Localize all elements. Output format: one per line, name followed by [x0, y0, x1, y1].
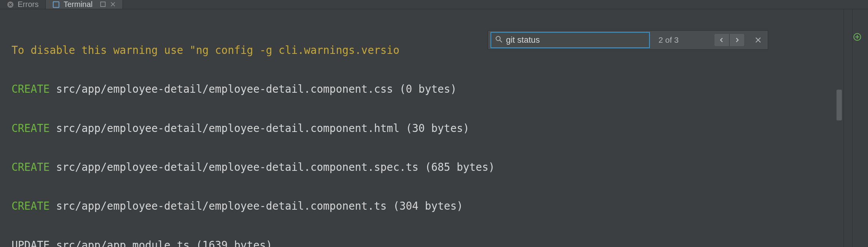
- find-input-wrap[interactable]: [490, 32, 650, 48]
- find-nav: [714, 33, 745, 47]
- svg-rect-1: [53, 2, 59, 7]
- error-icon: [7, 1, 14, 8]
- create-word: CREATE: [12, 83, 50, 95]
- gutter-divider: [852, 9, 853, 247]
- svg-point-3: [496, 37, 500, 41]
- svg-rect-2: [101, 2, 105, 7]
- create-word: CREATE: [12, 122, 50, 134]
- terminal-icon: [53, 1, 60, 8]
- tab-label: Terminal: [63, 0, 93, 9]
- update-word: UPDATE: [12, 239, 50, 247]
- ide-panel: Errors Terminal To disable this warning …: [0, 0, 868, 247]
- tab-terminal[interactable]: Terminal: [46, 0, 123, 9]
- find-next-button[interactable]: [729, 33, 745, 47]
- find-close-button[interactable]: [752, 34, 764, 46]
- close-icon: [755, 37, 761, 43]
- plus-icon: [853, 33, 861, 41]
- svg-line-4: [500, 40, 502, 43]
- tab-window-controls: [96, 0, 116, 9]
- main-area: To disable this warning use "ng config -…: [0, 9, 868, 247]
- search-icon: [495, 35, 503, 45]
- tab-errors[interactable]: Errors: [0, 0, 46, 9]
- scrollbar-track[interactable]: [835, 26, 843, 247]
- update-path: src/app/app.module.ts (1639 bytes): [50, 239, 272, 247]
- create-path: src/app/employee-detail/employee-detail.…: [50, 83, 457, 95]
- warning-line: To disable this warning use "ng config -…: [12, 44, 399, 56]
- chevron-right-icon: [734, 37, 740, 43]
- find-count: 2 of 3: [654, 35, 682, 45]
- create-path: src/app/employee-detail/employee-detail.…: [50, 200, 463, 212]
- window-restore-icon[interactable]: [100, 0, 106, 9]
- close-icon[interactable]: [110, 0, 116, 9]
- tab-bar: Errors Terminal: [0, 0, 868, 9]
- create-path: src/app/employee-detail/employee-detail.…: [50, 161, 495, 173]
- create-word: CREATE: [12, 200, 50, 212]
- find-input[interactable]: [506, 35, 645, 45]
- create-path: src/app/employee-detail/employee-detail.…: [50, 122, 469, 134]
- scrollbar-thumb[interactable]: [837, 90, 842, 120]
- right-gutter: [843, 9, 868, 247]
- find-bar: 2 of 3: [488, 30, 768, 50]
- add-button[interactable]: [852, 32, 863, 42]
- chevron-left-icon: [719, 37, 724, 43]
- tab-label: Errors: [18, 0, 38, 9]
- create-word: CREATE: [12, 161, 50, 173]
- find-prev-button[interactable]: [714, 33, 729, 47]
